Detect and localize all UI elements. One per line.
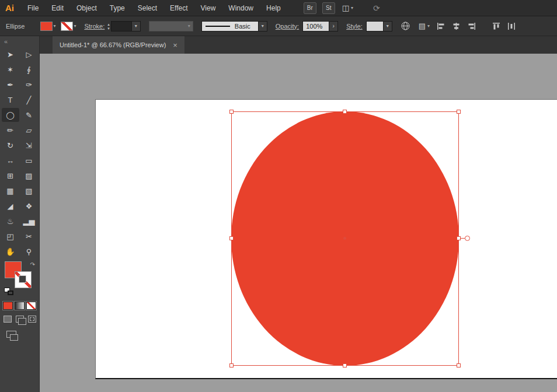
selection-bounding-box: [231, 111, 459, 366]
swap-fill-stroke-icon[interactable]: ↷: [30, 261, 35, 268]
curvature-tool-button[interactable]: ✑: [20, 78, 38, 92]
control-bar: Ellipse ▾ ▾ Stroke: ▴ ▾ ▾ ▾ Basic ▾: [0, 16, 557, 36]
selection-handle-n[interactable]: [343, 110, 347, 114]
hand-tool-icon: ✋: [5, 247, 15, 256]
workspace-switcher[interactable]: ◫ ▾: [342, 4, 353, 12]
globe-icon: [401, 21, 410, 31]
align-horizontal-right-icon: [467, 22, 476, 30]
align-horizontal-right-button[interactable]: [467, 22, 476, 30]
selection-tool-icon: ➤: [7, 50, 13, 59]
rotate-tool-button[interactable]: ↻: [2, 138, 19, 152]
color-button[interactable]: [3, 302, 13, 310]
stroke-color-control[interactable]: ▾: [61, 22, 76, 30]
selection-handle-w[interactable]: [229, 236, 234, 240]
draw-inside-icon[interactable]: [28, 316, 36, 323]
zoom-tool-button[interactable]: ⚲: [20, 244, 38, 258]
shape-builder-tool-button[interactable]: ⊞: [2, 169, 19, 183]
selection-handle-sw[interactable]: [229, 363, 234, 368]
document-icon: ▤: [419, 22, 426, 30]
selection-handle-e[interactable]: [457, 236, 461, 240]
selection-handle-nw[interactable]: [229, 110, 234, 114]
opacity-control: 100% ›: [302, 21, 338, 32]
eyedropper-tool-button[interactable]: ◢: [2, 199, 19, 213]
menu-object[interactable]: Object: [70, 0, 103, 16]
menu-type[interactable]: Type: [103, 0, 131, 16]
stroke-panel-link[interactable]: Stroke:: [84, 23, 105, 30]
selection-handle-se[interactable]: [457, 363, 461, 368]
gradient-tool-button[interactable]: ▧: [20, 184, 38, 198]
opacity-menu-button[interactable]: ›: [329, 21, 338, 32]
ellipse-tool-button[interactable]: ◯: [2, 108, 19, 122]
gradient-button[interactable]: [15, 302, 25, 310]
paintbrush-tool-button[interactable]: ✎: [20, 108, 38, 122]
shape-center-point[interactable]: [343, 237, 346, 240]
line-segment-tool-button[interactable]: ╱: [20, 93, 38, 107]
style-control: ▾: [366, 21, 392, 32]
free-transform-tool-button[interactable]: ▭: [20, 153, 38, 167]
opacity-input[interactable]: 100%: [302, 21, 329, 32]
close-icon[interactable]: ×: [173, 41, 177, 50]
document-info-button[interactable]: [401, 21, 410, 31]
menu-select[interactable]: Select: [131, 0, 163, 16]
stroke-weight-combo[interactable]: ▾: [111, 21, 141, 32]
mesh-tool-button[interactable]: ▦: [2, 184, 19, 198]
column-graph-tool-button[interactable]: ▂▅: [20, 214, 38, 228]
pen-tool-button[interactable]: ✒: [2, 78, 19, 92]
menu-file[interactable]: File: [21, 0, 45, 16]
hand-tool-button[interactable]: ✋: [2, 244, 19, 258]
style-panel-link[interactable]: Style:: [346, 23, 363, 30]
eraser-tool-button[interactable]: ▱: [20, 123, 38, 137]
menu-view[interactable]: View: [194, 0, 222, 16]
mesh-tool-icon: ▦: [6, 187, 13, 195]
menu-window[interactable]: Window: [222, 0, 260, 16]
collapse-panel-icon[interactable]: «: [0, 36, 7, 45]
draw-normal-icon[interactable]: [4, 316, 12, 323]
width-profile-dropdown[interactable]: ▾: [149, 21, 193, 32]
brush-definition-control[interactable]: Basic ▾: [201, 21, 267, 32]
document-tab[interactable]: Untitled-1* @ 66.67% (RGB/Preview) ×: [53, 36, 184, 54]
slice-tool-button[interactable]: ✂: [20, 229, 38, 243]
align-horizontal-center-button[interactable]: [452, 22, 461, 30]
artboard-tool-button[interactable]: ◰: [2, 229, 19, 243]
width-tool-button[interactable]: ↔: [2, 153, 19, 167]
stepper-down-icon: ▾: [107, 26, 110, 30]
draw-behind-icon[interactable]: [16, 316, 24, 323]
style-dropdown[interactable]: [366, 21, 384, 32]
eraser-tool-icon: ▱: [26, 126, 32, 135]
menu-edit[interactable]: Edit: [45, 0, 70, 16]
chevron-down-icon: ▾: [74, 23, 76, 29]
brush-definition-dropdown[interactable]: Basic: [201, 21, 259, 32]
document-canvas[interactable]: [40, 54, 557, 392]
transform-widget[interactable]: [465, 236, 470, 241]
screen-mode-icon[interactable]: [6, 331, 16, 338]
line-segment-tool-icon: ╱: [27, 96, 32, 104]
selection-handle-s[interactable]: [343, 363, 347, 368]
align-vertical-top-button[interactable]: [492, 22, 501, 30]
stroke-color-indicator[interactable]: [15, 272, 31, 288]
menubar-button-br[interactable]: Br: [304, 2, 316, 14]
opacity-panel-link[interactable]: Opacity:: [276, 23, 299, 30]
lasso-tool-button[interactable]: ∮: [20, 62, 38, 76]
pencil-tool-button[interactable]: ✏: [2, 123, 19, 137]
menu-help[interactable]: Help: [260, 0, 287, 16]
scale-tool-button[interactable]: ⇲: [20, 138, 38, 152]
type-tool-button[interactable]: T: [2, 93, 19, 107]
blend-tool-button[interactable]: ❖: [20, 199, 38, 213]
stroke-weight-stepper[interactable]: ▴ ▾: [107, 22, 110, 30]
selection-tool-button[interactable]: ➤: [2, 47, 19, 61]
sync-status-icon[interactable]: ⟳: [373, 4, 380, 13]
menu-effect[interactable]: Effect: [163, 0, 194, 16]
symbol-sprayer-tool-button[interactable]: ♨: [2, 214, 19, 228]
selection-handle-ne[interactable]: [457, 110, 461, 114]
perspective-grid-tool-button[interactable]: ▨: [20, 169, 38, 183]
direct-selection-tool-button[interactable]: ▷: [20, 47, 38, 61]
chevron-down-icon: ▾: [427, 23, 430, 29]
fill-color-control[interactable]: ▾: [41, 22, 55, 30]
none-button[interactable]: [26, 302, 36, 310]
default-fill-stroke-icon[interactable]: [4, 288, 15, 296]
distribute-horizontal-center-button[interactable]: [507, 22, 516, 30]
menubar-button-st[interactable]: St: [322, 2, 335, 14]
align-horizontal-left-button[interactable]: [437, 22, 445, 30]
magic-wand-tool-button[interactable]: ✶: [2, 62, 19, 76]
document-setup-button[interactable]: ▤ ▾: [419, 22, 430, 30]
